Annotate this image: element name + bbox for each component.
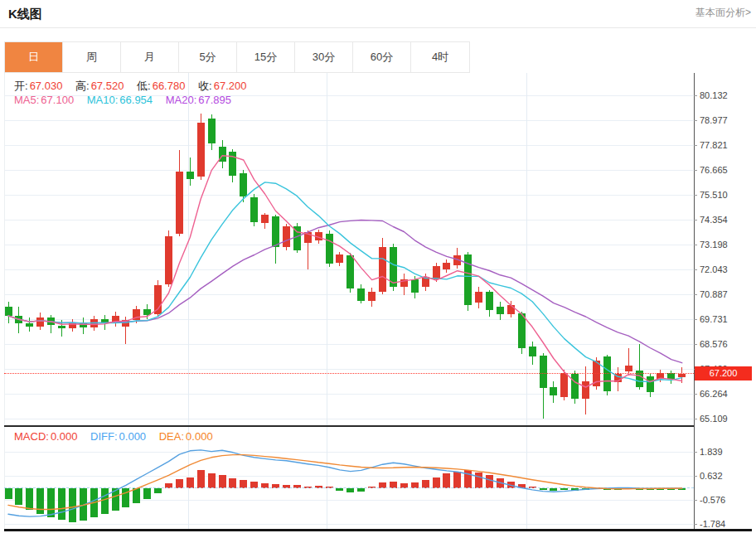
period-tabs: 日周月5分15分30分60分4时 — [4, 41, 470, 73]
ohlc-legend: 开:67.030 高:67.520 低:66.780 收:67.200 — [14, 79, 248, 94]
axis-label: 76.665 — [700, 165, 728, 175]
macd-bar — [433, 477, 440, 488]
axis-tick — [694, 452, 697, 453]
macd-bar — [143, 488, 151, 499]
macd-bar — [90, 488, 98, 517]
open-value: 67.030 — [30, 80, 63, 92]
macd-label: MACD: — [14, 430, 49, 443]
macd-bar — [560, 488, 568, 490]
axis-tick — [694, 394, 697, 395]
macd-bar — [80, 488, 87, 521]
tab-4hour[interactable]: 4时 — [411, 42, 469, 72]
diff-label: DIFF: — [90, 430, 118, 443]
dea-value: 0.000 — [186, 430, 213, 443]
axis-tick — [694, 245, 697, 245]
macd-bar — [112, 488, 119, 511]
open-label: 开: — [14, 80, 28, 92]
current-price-label: 67.200 — [695, 366, 752, 380]
macd-bar — [5, 488, 12, 499]
axis-tick — [694, 344, 697, 345]
macd-bar — [47, 488, 55, 517]
tab-60min[interactable]: 60分 — [353, 42, 411, 72]
macd-bar — [443, 473, 450, 488]
axis-tick — [694, 195, 697, 196]
axis-label: 75.510 — [700, 190, 728, 200]
axis-label: 70.887 — [700, 289, 728, 299]
ma5-label: MA5: — [14, 94, 39, 106]
macd-bar — [15, 488, 22, 505]
axis-tick — [694, 120, 697, 121]
macd-bar — [647, 488, 654, 490]
axis-label: 66.264 — [700, 389, 728, 399]
macd-bar — [208, 473, 216, 488]
tab-15min[interactable]: 15分 — [237, 42, 295, 72]
macd-zero-line — [4, 487, 694, 488]
macd-value: 0.000 — [51, 430, 78, 443]
macd-bar — [219, 475, 226, 488]
axis-label: 1.839 — [700, 447, 723, 457]
tab-30min[interactable]: 30分 — [295, 42, 353, 72]
tab-week[interactable]: 周 — [63, 42, 121, 72]
chart-bottom-border — [4, 529, 752, 531]
macd-bar — [571, 488, 579, 491]
low-value: 66.780 — [153, 80, 186, 92]
macd-bar — [475, 473, 482, 488]
panel-divider — [4, 425, 694, 427]
macd-bar — [678, 488, 686, 490]
ma-legend: MA5:67.100 MA10:66.954 MA20:67.895 — [14, 94, 233, 106]
macd-bar — [154, 488, 162, 493]
axis-tick — [694, 294, 697, 295]
tab-day[interactable]: 日 — [5, 42, 63, 72]
close-label: 收: — [198, 80, 212, 92]
axis-label: 77.821 — [700, 140, 728, 150]
axis-tick — [694, 419, 697, 419]
macd-bar — [69, 488, 76, 522]
macd-bar — [667, 488, 675, 490]
tab-month[interactable]: 月 — [121, 42, 179, 72]
macd-legend: MACD:0.000 DIFF:0.000 DEA:0.000 — [14, 430, 215, 443]
macd-bar — [336, 488, 343, 491]
high-label: 高: — [75, 80, 90, 92]
axis-label: 69.731 — [700, 314, 728, 324]
axis-tick — [694, 170, 697, 171]
axis-label: 0.632 — [700, 471, 723, 481]
tab-5min[interactable]: 5分 — [179, 42, 237, 72]
axis-label: 65.109 — [700, 414, 728, 424]
macd-bar — [486, 475, 493, 488]
axis-label: 80.132 — [700, 90, 728, 100]
macd-bar — [357, 488, 365, 492]
macd-bar — [133, 488, 140, 503]
macd-bar — [197, 470, 205, 488]
high-value: 67.520 — [91, 80, 124, 92]
macd-bar — [582, 488, 589, 490]
macd-bar — [122, 488, 129, 507]
ma20-label: MA20: — [166, 94, 197, 106]
ma20-value: 67.895 — [198, 94, 231, 106]
axis-label: -0.576 — [700, 495, 725, 505]
current-price-line — [4, 373, 694, 374]
axis-tick — [694, 319, 697, 320]
axis-label: 73.198 — [700, 240, 728, 250]
macd-bar — [453, 472, 461, 488]
dea-label: DEA: — [159, 430, 184, 443]
macd-bar — [540, 488, 547, 490]
ma5-value: 67.100 — [41, 94, 74, 106]
macd-bar — [464, 470, 472, 488]
ma10-label: MA10: — [87, 94, 119, 106]
macd-bar — [614, 488, 622, 490]
macd-bar — [636, 488, 643, 490]
close-value: 67.200 — [214, 80, 247, 92]
macd-bar — [187, 477, 194, 488]
macd-bar — [603, 488, 611, 490]
macd-bar — [58, 488, 65, 520]
axis-tick — [694, 220, 697, 221]
fundamental-analysis-link[interactable]: 基本面分析> — [695, 0, 751, 25]
page-title: K线图 — [8, 0, 42, 27]
axis-label: 74.354 — [700, 215, 728, 225]
kline-app: 开:67.030 高:67.520 低:66.780 收:67.200 MA5:… — [0, 0, 756, 538]
macd-bar — [36, 488, 44, 514]
axis-tick — [694, 95, 697, 96]
axis-tick — [694, 269, 697, 270]
title-bar: K线图 基本面分析> — [0, 0, 756, 28]
macd-bar — [101, 488, 109, 514]
